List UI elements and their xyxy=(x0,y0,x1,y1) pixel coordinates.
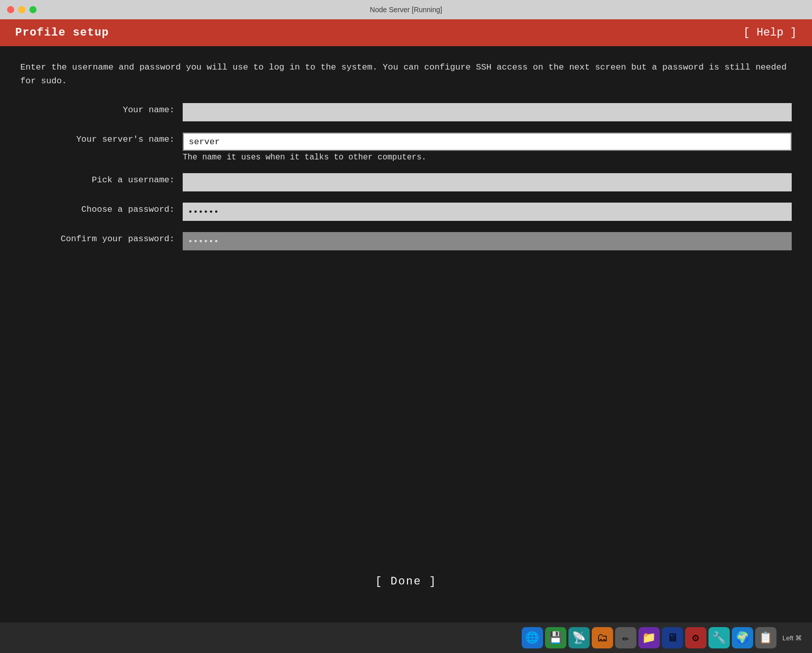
confirm-password-field-group xyxy=(183,232,792,250)
dock-item-6[interactable]: 📁 xyxy=(638,627,660,648)
dock-label: Left ⌘ xyxy=(783,634,802,642)
username-row: Pick a username: xyxy=(20,173,792,191)
close-button[interactable] xyxy=(7,6,14,13)
help-button[interactable]: [ Help ] xyxy=(743,26,797,39)
server-name-field-group: The name it uses when it talks to other … xyxy=(183,133,792,162)
profile-header-title: Profile setup xyxy=(15,26,109,39)
server-name-input[interactable] xyxy=(183,133,792,151)
username-input[interactable] xyxy=(183,173,792,191)
main-content: Enter the username and password you will… xyxy=(0,46,812,623)
username-field-group xyxy=(183,173,792,191)
profile-form: Your name: Your server's name: The name … xyxy=(20,103,792,262)
username-label: Pick a username: xyxy=(20,173,183,185)
maximize-button[interactable] xyxy=(29,6,37,13)
server-name-hint: The name it uses when it talks to other … xyxy=(183,153,792,162)
password-label: Choose a password: xyxy=(20,203,183,214)
terminal-window: Profile setup [ Help ] Enter the usernam… xyxy=(0,19,812,623)
dock-item-1[interactable]: 🌐 xyxy=(522,627,543,648)
description-text: Enter the username and password you will… xyxy=(20,60,792,88)
confirm-password-row: Confirm your password: xyxy=(20,232,792,250)
password-input[interactable] xyxy=(183,203,792,221)
dock: 🌐 💾 📡 🗂 ✏️ 📁 🖥 ⚙️ 🔧 🌍 📋 Left ⌘ xyxy=(0,623,812,653)
confirm-password-input[interactable] xyxy=(183,232,792,250)
dock-item-7[interactable]: 🖥 xyxy=(662,627,683,648)
dock-item-8[interactable]: ⚙️ xyxy=(685,627,706,648)
password-row: Choose a password: xyxy=(20,203,792,221)
your-name-row: Your name: xyxy=(20,103,792,121)
your-name-input[interactable] xyxy=(183,103,792,121)
dock-item-5[interactable]: ✏️ xyxy=(615,627,636,648)
button-area: [ Done ] xyxy=(20,575,792,608)
done-button[interactable]: [ Done ] xyxy=(375,575,437,588)
password-field-group xyxy=(183,203,792,221)
server-name-label: Your server's name: xyxy=(20,133,183,144)
confirm-password-label: Confirm your password: xyxy=(20,232,183,244)
profile-header: Profile setup [ Help ] xyxy=(0,19,812,46)
minimize-button[interactable] xyxy=(18,6,25,13)
your-name-field-group xyxy=(183,103,792,121)
window-title: Node Server [Running] xyxy=(370,6,442,14)
your-name-label: Your name: xyxy=(20,103,183,115)
dock-item-10[interactable]: 🌍 xyxy=(732,627,753,648)
dock-item-9[interactable]: 🔧 xyxy=(708,627,730,648)
window-controls xyxy=(7,6,37,13)
title-bar: Node Server [Running] xyxy=(0,0,812,19)
dock-item-2[interactable]: 💾 xyxy=(545,627,566,648)
dock-item-11[interactable]: 📋 xyxy=(755,627,776,648)
server-name-row: Your server's name: The name it uses whe… xyxy=(20,133,792,162)
dock-item-4[interactable]: 🗂 xyxy=(592,627,613,648)
dock-item-3[interactable]: 📡 xyxy=(568,627,590,648)
